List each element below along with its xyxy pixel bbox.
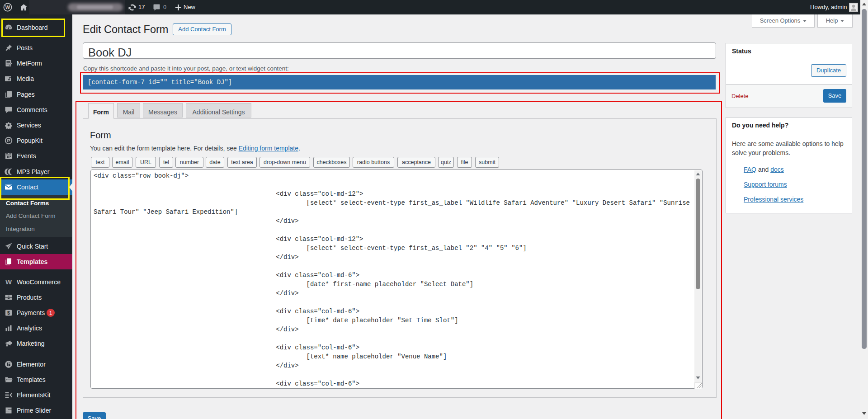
- svg-text:$: $: [7, 310, 10, 315]
- svg-text:W: W: [5, 5, 10, 10]
- svg-text:W: W: [5, 278, 12, 286]
